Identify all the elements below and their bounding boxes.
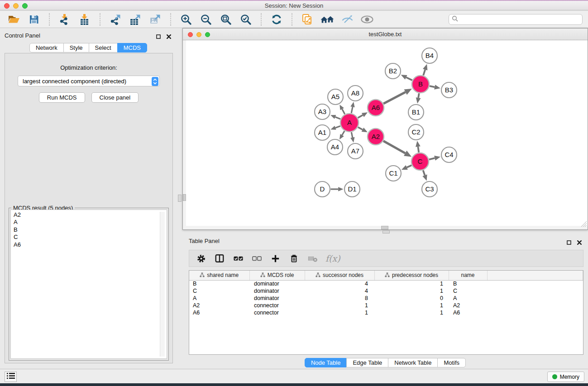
home-icon[interactable] [319, 12, 336, 27]
graph-node-A1[interactable]: A1 [315, 125, 330, 140]
result-item-b[interactable]: B [14, 226, 167, 234]
float-panel-icon[interactable] [156, 33, 161, 41]
status-bar: Memory [0, 369, 588, 383]
svg-text:B3: B3 [445, 86, 453, 94]
result-item-a6[interactable]: A6 [14, 241, 167, 248]
zoom-in-icon[interactable] [177, 12, 195, 27]
column-header-MCDS-role[interactable]: MCDS role [249, 271, 305, 280]
table-tab-edge-table[interactable]: Edge Table [346, 358, 388, 367]
graph-node-C4[interactable]: C4 [441, 147, 457, 162]
resize-grip-icon[interactable] [581, 221, 587, 229]
search-input[interactable] [460, 16, 579, 23]
column-header-shared-name[interactable]: shared name [189, 271, 249, 280]
save-session-icon[interactable] [25, 12, 43, 27]
float-table-panel-icon[interactable] [567, 238, 571, 247]
criterion-dropdown[interactable]: largest connected component (directed) [18, 76, 160, 86]
table-tab-node-table[interactable]: Node Table [305, 358, 347, 367]
zoom-selected-icon[interactable] [237, 12, 254, 27]
graph-node-B1[interactable]: B1 [408, 105, 424, 120]
close-table-panel-icon[interactable] [577, 238, 582, 247]
open-file-icon[interactable] [5, 12, 23, 27]
graph-node-C1[interactable]: C1 [386, 166, 401, 181]
control-panel-title: Control Panel [5, 32, 40, 39]
task-history-button[interactable] [5, 372, 17, 382]
deselect-all-icon[interactable] [251, 253, 262, 263]
graph-node-C[interactable]: C [411, 153, 429, 170]
mcds-result-list[interactable]: A2ABCA6 [10, 210, 167, 359]
import-table-icon[interactable] [76, 12, 93, 27]
table-panel: Table Panel f(x) shared nameMCDS rolesuc… [182, 234, 588, 369]
graph-node-A6[interactable]: A6 [368, 100, 384, 116]
export-image-icon[interactable] [147, 12, 164, 27]
network-window-titlebar[interactable]: testGlobe.txt [183, 29, 588, 40]
import-network-icon[interactable] [56, 12, 73, 27]
column-header-successor-nodes[interactable]: successor nodes [305, 271, 374, 280]
graph-node-A8[interactable]: A8 [348, 86, 363, 101]
graph-node-B2[interactable]: B2 [385, 63, 401, 79]
horizontal-split-handle[interactable] [382, 230, 390, 234]
table-row[interactable]: Adominator80A [189, 295, 583, 302]
create-column-icon[interactable] [270, 254, 281, 263]
zoom-out-icon[interactable] [197, 12, 215, 27]
graph-node-A5[interactable]: A5 [328, 89, 343, 105]
export-table-icon[interactable] [127, 12, 144, 27]
hide-selected-icon[interactable] [339, 12, 356, 27]
svg-text:A1: A1 [318, 129, 326, 136]
network-vertical-scrollbar[interactable] [183, 40, 186, 226]
graph-node-C3[interactable]: C3 [422, 181, 437, 197]
graph-node-B[interactable]: B [412, 76, 429, 93]
graph-node-C2[interactable]: C2 [408, 124, 424, 140]
column-header-name[interactable]: name [449, 271, 487, 280]
graph-node-A4[interactable]: A4 [327, 139, 343, 155]
network-horizontal-scrollbar[interactable] [183, 226, 588, 229]
table-row[interactable]: Bdominator41B [189, 280, 583, 287]
delete-table-icon[interactable] [307, 253, 318, 263]
tab-mcds[interactable]: MCDS [117, 43, 147, 52]
graph-node-A3[interactable]: A3 [315, 104, 330, 119]
graph-node-A2[interactable]: A2 [368, 129, 384, 145]
zoom-fit-icon[interactable] [217, 12, 234, 27]
network-title: testGlobe.txt [183, 31, 588, 38]
graph-node-D[interactable]: D [315, 181, 330, 197]
tab-network[interactable]: Network [29, 43, 64, 52]
close-panel-button[interactable]: Close panel [91, 92, 139, 103]
table-mode-icon[interactable] [196, 254, 206, 263]
open-network-file-icon[interactable] [299, 12, 316, 27]
close-panel-icon[interactable] [167, 33, 171, 41]
run-mcds-button[interactable]: Run MCDS [39, 92, 85, 103]
result-item-c[interactable]: C [14, 234, 167, 241]
vertical-split-handle[interactable] [178, 195, 182, 202]
svg-text:A3: A3 [318, 108, 326, 115]
show-all-icon[interactable] [359, 12, 376, 27]
result-item-a[interactable]: A [14, 219, 167, 226]
column-header-predecessor-nodes[interactable]: predecessor nodes [374, 271, 449, 280]
memory-button[interactable]: Memory [547, 372, 584, 382]
search-box[interactable] [449, 14, 583, 25]
network-canvas[interactable]: B4B2BB3A8A5A6B1A3AC2A1A2A4A7C4CC1C3DD1 [183, 40, 588, 229]
graph-node-B3[interactable]: B3 [441, 82, 457, 98]
show-columns-icon[interactable] [214, 253, 225, 263]
table-tab-motifs[interactable]: Motifs [437, 358, 466, 367]
graph-node-A[interactable]: A [340, 114, 359, 132]
svg-text:A: A [347, 119, 352, 126]
graph-node-D1[interactable]: D1 [344, 181, 360, 197]
select-all-icon[interactable] [233, 253, 244, 263]
delete-columns-icon[interactable] [288, 253, 299, 263]
node-table: shared nameMCDS rolesuccessor nodesprede… [189, 271, 583, 316]
table-row[interactable]: Cdominator41C [189, 287, 583, 295]
graph-node-B4[interactable]: B4 [422, 48, 437, 63]
result-item-a2[interactable]: A2 [14, 211, 167, 219]
table-panel-title: Table Panel [189, 238, 220, 244]
table-row[interactable]: A2connector11A2 [189, 302, 583, 309]
export-network-icon[interactable] [107, 12, 124, 27]
table-row[interactable]: A6connector11A6 [189, 309, 583, 316]
desktop-edge [0, 383, 588, 386]
function-builder-icon[interactable]: f(x) [325, 253, 340, 263]
tab-style[interactable]: Style [63, 43, 89, 52]
result-scrollbar[interactable] [160, 212, 165, 357]
main-toolbar [0, 11, 588, 28]
refresh-layout-icon[interactable] [268, 12, 285, 27]
tab-select[interactable]: Select [89, 43, 118, 52]
graph-node-A7[interactable]: A7 [348, 143, 363, 159]
table-tab-network-table[interactable]: Network Table [388, 358, 438, 367]
